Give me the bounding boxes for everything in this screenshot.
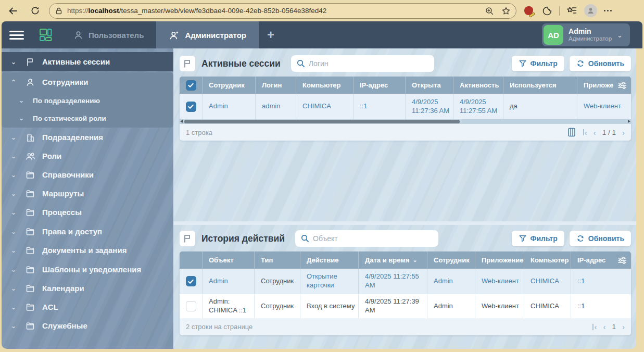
chevron-down-icon[interactable]: ⌄	[2, 304, 26, 311]
chevron-down-icon[interactable]: ⌄	[2, 247, 26, 254]
column-settings-button[interactable]	[613, 252, 631, 269]
cell-opened[interactable]: 4/9/2025 11:27:36 AM	[406, 94, 453, 119]
chevron-down-icon[interactable]: ⌄	[2, 153, 26, 160]
prev-page-button[interactable]: ‹	[594, 128, 596, 137]
column-header[interactable]: Действие	[300, 252, 359, 269]
sessions-search-input[interactable]	[291, 55, 434, 72]
chevron-down-icon[interactable]: ⌄	[10, 115, 33, 122]
scroll-right-arrow[interactable]	[628, 120, 630, 123]
zoom-level-icon[interactable]	[485, 6, 494, 16]
tab-user[interactable]: Пользователь	[61, 21, 156, 48]
cell-application[interactable]: Web-клиент	[475, 294, 524, 318]
sidebar-item-employees[interactable]: ⌃ Сотрудники	[2, 72, 173, 92]
history-search-input[interactable]	[295, 230, 438, 247]
browser-profile-avatar[interactable]	[584, 4, 597, 17]
extension-seal-icon[interactable]	[524, 5, 535, 17]
cell-computer[interactable]: CHIMICA	[524, 294, 571, 318]
column-settings-button[interactable]	[613, 77, 631, 94]
row-checkbox-cell[interactable]	[180, 94, 203, 119]
select-all-cell[interactable]	[180, 77, 203, 94]
scrollbar-thumb[interactable]	[184, 120, 460, 123]
address-bar[interactable]: https://localhost/tessa_master/web/view/…	[49, 3, 516, 19]
cell-computer[interactable]: CHIMICA	[296, 94, 353, 119]
chevron-down-icon[interactable]: ⌄	[2, 134, 26, 141]
sidebar-item-dictionaries[interactable]: ⌄ Справочники	[2, 165, 173, 184]
sidebar-item-templates-notifications[interactable]: ⌄ Шаблоны и уведомления	[2, 260, 173, 279]
row-checkbox[interactable]	[186, 301, 196, 311]
extensions-cookie-icon[interactable]	[542, 6, 552, 16]
cell-employee[interactable]: Admin	[427, 294, 475, 318]
next-page-button[interactable]: ›	[622, 128, 625, 137]
history-filter-button[interactable]: Фильтр	[512, 231, 564, 246]
browser-back-button[interactable]	[4, 3, 22, 19]
cell-employee[interactable]: Admin	[427, 269, 475, 294]
cell-login[interactable]: admin	[256, 94, 296, 119]
cell-application[interactable]: Web-клиент	[577, 94, 631, 119]
panel-splitter[interactable]	[173, 221, 636, 225]
favorite-star-icon[interactable]	[501, 6, 511, 16]
horizontal-scrollbar[interactable]	[180, 119, 631, 124]
first-page-button[interactable]: ‹	[592, 322, 597, 331]
select-all-cell[interactable]	[180, 252, 203, 269]
cell-object[interactable]: Admin: CHIMICA ::1	[203, 294, 255, 318]
sidebar-item-by-department[interactable]: ⌄ По подразделению	[2, 92, 173, 109]
tab-administrator[interactable]: Администратор	[156, 21, 259, 48]
sidebar-item-service[interactable]: ⌄ Служебные	[2, 316, 173, 335]
next-page-button[interactable]: ›	[622, 322, 625, 331]
sessions-filter-button[interactable]: Фильтр	[512, 56, 564, 71]
history-refresh-button[interactable]: Обновить	[570, 231, 631, 246]
column-header[interactable]: Объект	[203, 252, 255, 269]
sessions-refresh-button[interactable]: Обновить	[570, 56, 631, 71]
add-tab-button[interactable]: +	[259, 21, 283, 48]
select-all-checkbox[interactable]	[186, 80, 196, 91]
row-checkbox-cell[interactable]	[180, 294, 203, 318]
column-header-sorted[interactable]: Активность⌄	[453, 77, 503, 94]
row-checkbox[interactable]	[186, 102, 196, 112]
column-header[interactable]: Компьютер	[524, 252, 571, 269]
page-size-icon[interactable]	[566, 127, 577, 137]
cell-object[interactable]: Admin	[203, 269, 255, 294]
sidebar-item-active-sessions[interactable]: ⌄ Активные сессии	[2, 52, 173, 71]
column-header[interactable]: Используется	[503, 77, 577, 94]
table-row[interactable]: Admin: CHIMICA ::1 Сотрудник Вход в сист…	[180, 294, 631, 318]
cell-activity[interactable]: 4/9/2025 11:27:55 AM	[453, 94, 503, 119]
sidebar-item-rights-access[interactable]: ⌄ Права и доступ	[2, 222, 173, 241]
column-header[interactable]: Компьютер	[296, 77, 353, 94]
prev-page-button[interactable]: ‹	[603, 322, 605, 331]
chevron-down-icon[interactable]: ⌄	[2, 285, 26, 292]
column-header[interactable]: IP-адрес	[353, 77, 406, 94]
sidebar-item-documents-tasks[interactable]: ⌄ Документы и задания	[2, 241, 173, 260]
column-header[interactable]: Сотрудник	[203, 77, 256, 94]
favorites-hub-icon[interactable]	[566, 6, 577, 16]
column-header[interactable]: Открыта	[406, 77, 453, 94]
sidebar-item-calendars[interactable]: ⌄ Календари	[2, 279, 173, 298]
scroll-left-arrow[interactable]	[180, 120, 183, 123]
row-checkbox[interactable]	[186, 276, 196, 286]
chevron-down-icon[interactable]: ⌄	[2, 209, 26, 216]
cell-application[interactable]: Web-клиент	[475, 269, 524, 294]
sidebar-item-routes[interactable]: ⌄ Маршруты	[2, 184, 173, 203]
cell-ip[interactable]: ::1	[571, 294, 631, 318]
sidebar-item-acl[interactable]: ⌄ ACL	[2, 297, 173, 317]
browser-menu-icon[interactable]	[604, 10, 612, 11]
cell-action[interactable]: Открытие карточки	[300, 269, 359, 294]
chevron-down-icon[interactable]: ⌄	[2, 266, 26, 273]
sidebar-item-roles[interactable]: ⌄ Роли	[2, 146, 173, 166]
table-row[interactable]: Admin admin CHIMICA ::1 4/9/2025 11:27:3…	[180, 94, 631, 119]
cell-computer[interactable]: CHIMICA	[524, 269, 571, 294]
chevron-down-icon[interactable]: ⌄	[2, 171, 26, 179]
column-header[interactable]: Приложение	[475, 252, 524, 269]
column-header[interactable]: Сотрудник	[427, 252, 475, 269]
cell-ip[interactable]: ::1	[353, 94, 406, 119]
cell-datetime[interactable]: 4/9/2025 11:27:39 AM	[359, 294, 427, 318]
chevron-up-icon[interactable]: ⌃	[2, 79, 26, 86]
chevron-down-icon[interactable]: ⌄	[2, 190, 26, 197]
cell-action[interactable]: Вход в систему	[300, 294, 359, 318]
chevron-down-icon[interactable]: ⌄	[2, 58, 26, 66]
column-header-sorted[interactable]: Дата и время⌄	[359, 252, 427, 269]
cell-datetime[interactable]: 4/9/2025 11:27:55 AM	[359, 269, 427, 294]
user-menu[interactable]: AD Admin Администратор ⌄	[542, 23, 630, 46]
column-header[interactable]: Логин	[256, 77, 296, 94]
cell-employee[interactable]: Admin	[203, 94, 256, 119]
chevron-down-icon[interactable]: ⌄	[2, 228, 26, 235]
